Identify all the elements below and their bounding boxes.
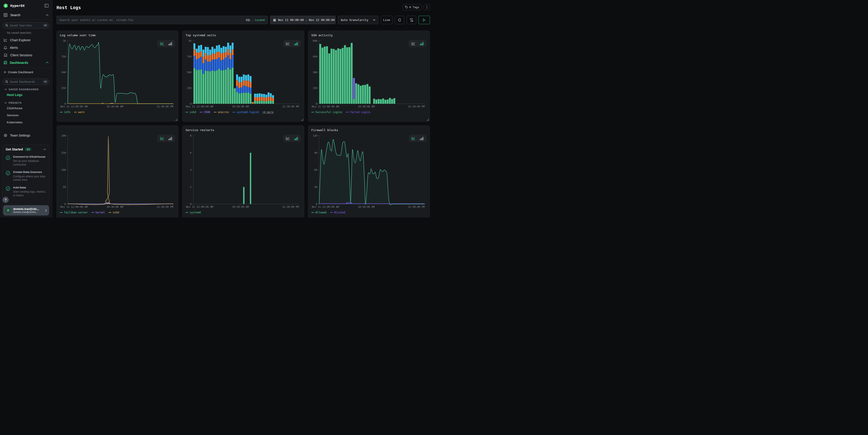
bar-view-icon[interactable] bbox=[293, 41, 299, 46]
legend-item[interactable]: systemd-logind bbox=[232, 111, 259, 114]
sidebar-item-client-sessions[interactable]: Client Sessions bbox=[0, 51, 52, 59]
line-view-icon[interactable] bbox=[410, 136, 416, 141]
chevron-up-icon[interactable] bbox=[43, 149, 46, 150]
chart-explorer-icon bbox=[4, 38, 7, 42]
line-view-icon[interactable] bbox=[410, 41, 416, 46]
legend-item[interactable]: kernel bbox=[91, 211, 105, 214]
svg-text:11:30:00 PM: 11:30:00 PM bbox=[157, 206, 173, 208]
bar-view-icon[interactable] bbox=[167, 136, 173, 141]
chart-view-toggle bbox=[409, 40, 427, 47]
granularity-select[interactable]: Auto Granularity bbox=[338, 16, 378, 24]
legend-swatch bbox=[346, 112, 348, 113]
panel-resize-handle[interactable] bbox=[176, 119, 177, 121]
nav-label: Client Sessions bbox=[10, 53, 49, 57]
bar-view-icon[interactable] bbox=[419, 136, 425, 141]
chevron-up-icon bbox=[46, 62, 49, 63]
bar-view-icon[interactable] bbox=[419, 41, 425, 46]
get-started-step[interactable]: Connect to ClickHouse Set up your databa… bbox=[6, 155, 46, 166]
legend-swatch bbox=[186, 212, 188, 213]
legend-item[interactable]: Failed Logins bbox=[346, 111, 370, 114]
legend-label: systemd-logind bbox=[237, 111, 259, 114]
saved-searches-search[interactable]: ⌘K bbox=[3, 22, 50, 29]
lucene-toggle[interactable]: Lucene bbox=[255, 19, 265, 22]
legend-item[interactable]: info bbox=[60, 111, 70, 114]
legend-label: info bbox=[64, 111, 70, 114]
filter-button[interactable] bbox=[407, 16, 416, 24]
legend-item[interactable]: sshd bbox=[186, 111, 196, 114]
chart-plot[interactable]: 050100150200Nov 11 12:00:00 AM10:30:00 A… bbox=[60, 133, 175, 209]
legend-swatch bbox=[60, 212, 63, 213]
chart-panel-top-systemd-units: Top systemd units 02505007501KNov 11 12:… bbox=[182, 31, 304, 122]
legend-item[interactable]: Successful Logins bbox=[311, 111, 342, 114]
chart-plot[interactable]: 02505007501KNov 11 12:00:00 AM10:30:00 A… bbox=[186, 38, 301, 109]
chart-plot[interactable]: 02505007501KNov 11 12:00:00 AM10:30:00 A… bbox=[60, 38, 175, 109]
legend-item[interactable]: CRON bbox=[200, 111, 210, 114]
more-options-button[interactable] bbox=[424, 4, 430, 10]
panel-resize-handle[interactable] bbox=[301, 119, 303, 121]
time-range-picker[interactable]: Nov 11 00:00:00 - Nov 12 00:00:00 bbox=[270, 16, 336, 24]
laptop-icon bbox=[4, 54, 7, 57]
svg-text:50: 50 bbox=[63, 186, 66, 189]
step-title: Connect to ClickHouse bbox=[13, 155, 45, 158]
chart-title: Top systemd units bbox=[186, 33, 301, 38]
refresh-button[interactable] bbox=[395, 16, 404, 24]
saved-dashboards-section-header[interactable]: SAVED DASHBOARDS bbox=[0, 85, 52, 91]
legend-item[interactable]: fail2ban-server bbox=[60, 211, 88, 214]
saved-searches-input[interactable] bbox=[10, 24, 41, 27]
step-desc: Configure where your data comes from bbox=[13, 175, 46, 182]
sidebar-item-clickhouse[interactable]: ClickHouse bbox=[0, 105, 52, 112]
line-view-icon[interactable] bbox=[285, 41, 291, 46]
line-view-icon[interactable] bbox=[159, 41, 165, 46]
search-section-label: Search bbox=[10, 13, 43, 17]
sidebar-item-services[interactable]: Services bbox=[0, 112, 52, 119]
legend-item[interactable]: sshd bbox=[108, 211, 119, 214]
sidebar-item-chart-explorer[interactable]: Chart Explorer bbox=[0, 36, 52, 44]
line-view-icon[interactable] bbox=[159, 136, 165, 141]
saved-dashboards-search[interactable]: ⌘K bbox=[3, 79, 50, 85]
legend-item[interactable]: systemd bbox=[186, 211, 200, 214]
shortcut-badge: ⌘K bbox=[43, 24, 48, 27]
legend-more-link[interactable]: +4 more bbox=[262, 111, 273, 114]
sidebar-item-dashboards[interactable]: Dashboards bbox=[0, 59, 52, 66]
get-started-step[interactable]: Create Data Sources Configure where your… bbox=[6, 170, 46, 182]
help-button[interactable]: ? bbox=[2, 197, 9, 203]
svg-text:10:30:00 AM: 10:30:00 AM bbox=[358, 105, 374, 108]
sidebar-collapse-icon[interactable] bbox=[44, 4, 49, 8]
legend-swatch bbox=[60, 112, 63, 113]
chart-panel-firewall-blocks: Firewall blocks 0306090120Nov 11 12:00:0… bbox=[308, 125, 430, 218]
sidebar-item-host-logs[interactable]: Host Logs bbox=[0, 91, 52, 99]
chart-panel-auth-sources: 050100150200Nov 11 12:00:00 AM10:30:00 A… bbox=[57, 125, 179, 218]
create-dashboard-button[interactable]: Create Dashboard bbox=[0, 68, 52, 76]
run-query-button[interactable] bbox=[418, 16, 430, 24]
tags-button[interactable]: 0 Tags bbox=[403, 4, 422, 10]
saved-dashboards-input[interactable] bbox=[10, 80, 41, 84]
user-menu[interactable]: D dominic.tran@clic... dominic.tran@clic… bbox=[3, 205, 49, 215]
sidebar-item-kubernetes[interactable]: Kubernetes bbox=[0, 119, 52, 126]
event-search-box[interactable]: SQL|Lucene bbox=[57, 16, 268, 24]
legend-label: Successful Logins bbox=[315, 111, 342, 114]
legend-item[interactable]: warn bbox=[74, 111, 85, 114]
sidebar-item-team-settings[interactable]: Team Settings bbox=[0, 131, 52, 139]
sidebar-item-alerts[interactable]: Alerts bbox=[0, 44, 52, 51]
legend-item[interactable]: Allowed bbox=[311, 211, 327, 214]
get-started-step[interactable]: Add Data Start sending logs, metrics, or… bbox=[6, 185, 46, 197]
chart-plot[interactable]: 0150300450600Nov 11 12:00:00 AM10:30:00 … bbox=[311, 38, 427, 109]
svg-text:4: 4 bbox=[190, 168, 192, 172]
sidebar-item-search[interactable]: Search bbox=[0, 11, 52, 20]
presets-section-header[interactable]: PRESETS bbox=[0, 99, 52, 105]
chart-title: Firewall blocks bbox=[311, 128, 427, 132]
bar-view-icon[interactable] bbox=[167, 41, 173, 46]
svg-text:250: 250 bbox=[61, 87, 66, 90]
chart-plot[interactable]: 0306090120Nov 11 12:00:00 AM10:30:00 AM1… bbox=[311, 133, 427, 209]
live-button[interactable]: Live bbox=[381, 16, 393, 24]
check-circle-icon bbox=[6, 171, 10, 182]
line-view-icon[interactable] bbox=[285, 136, 291, 141]
legend-swatch bbox=[74, 112, 77, 113]
panel-resize-handle[interactable] bbox=[427, 119, 429, 121]
bar-view-icon[interactable] bbox=[293, 136, 299, 141]
chart-plot[interactable]: 02468Nov 11 12:00:00 AM10:30:00 AM11:30:… bbox=[186, 133, 301, 209]
legend-item[interactable]: anacron bbox=[214, 111, 229, 114]
sql-toggle[interactable]: SQL bbox=[246, 19, 251, 22]
legend-item[interactable]: Blocked bbox=[330, 211, 345, 214]
event-search-input[interactable] bbox=[60, 18, 243, 22]
